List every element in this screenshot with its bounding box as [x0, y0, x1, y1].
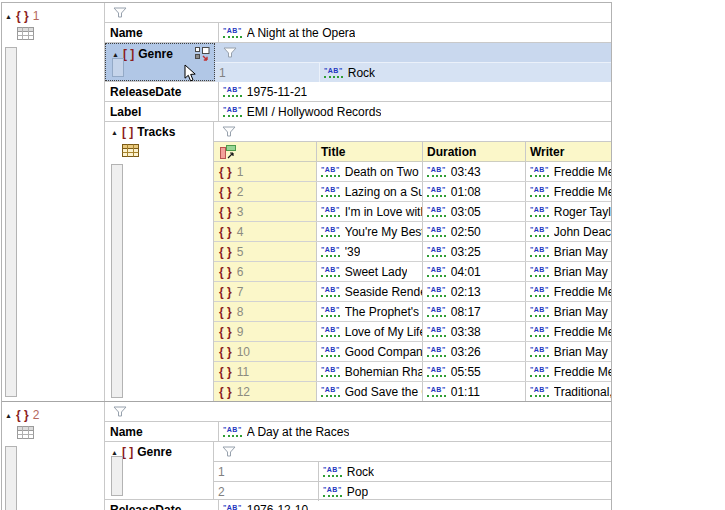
key-cell-label[interactable]: Label — [105, 102, 219, 121]
track-title-cell[interactable]: "AB" You're My Best F — [317, 222, 423, 241]
track-duration-cell[interactable]: "AB" 01:11 — [423, 382, 526, 401]
table-display-toggle-icon[interactable] — [194, 47, 210, 62]
filter-icon[interactable] — [223, 47, 237, 58]
track-writer-cell[interactable]: "AB" Brian May — [526, 342, 611, 361]
tracks-subgrid: Title Duration Writer { } 1 "AB" Death o… — [214, 122, 611, 401]
track-index: 1 — [237, 165, 244, 179]
filter-icon[interactable] — [113, 406, 127, 417]
collapse-band[interactable] — [112, 58, 124, 77]
collapse-arrow-icon[interactable]: ▲ — [5, 13, 12, 20]
track-duration-cell[interactable]: "AB" 04:01 — [423, 262, 526, 281]
table-view-active-icon[interactable] — [122, 144, 139, 157]
value-cell[interactable]: "AB" 1976-12-10 — [219, 500, 611, 510]
track-index-cell[interactable]: { } 12 — [214, 382, 317, 401]
track-index-cell[interactable]: { } 3 — [214, 202, 317, 221]
array-index-cell[interactable]: 1 — [215, 63, 320, 82]
track-writer-cell[interactable]: "AB" Roger Taylor — [526, 202, 611, 221]
track-duration-cell[interactable]: "AB" 02:13 — [423, 282, 526, 301]
collapse-band[interactable] — [5, 446, 17, 510]
collapse-band[interactable] — [5, 47, 17, 397]
track-writer-cell[interactable]: "AB" Brian May — [526, 242, 611, 261]
key-cell-name[interactable]: Name — [105, 422, 219, 441]
track-writer-cell[interactable]: "AB" Freddie Mercury — [526, 182, 611, 201]
track-title-cell[interactable]: "AB" I'm in Love with — [317, 202, 423, 221]
track-title-cell[interactable]: "AB" Good Company — [317, 342, 423, 361]
collapse-arrow-icon[interactable]: ▲ — [111, 129, 118, 136]
track-index-cell[interactable]: { } 7 — [214, 282, 317, 301]
genre-key-cell[interactable]: ▲ [ ] Genre — [105, 43, 215, 81]
track-row: { } 12 "AB" God Save the Q "AB" 01:11 "A… — [214, 382, 611, 401]
track-duration-cell[interactable]: "AB" 03:26 — [423, 342, 526, 361]
name-value: A Day at the Races — [247, 425, 350, 439]
array-index-cell[interactable]: 1 — [214, 462, 319, 481]
track-title-cell[interactable]: "AB" God Save the Q — [317, 382, 423, 401]
track-writer-cell[interactable]: "AB" Brian May — [526, 262, 611, 281]
filter-icon[interactable] — [222, 446, 236, 457]
track-title-cell[interactable]: "AB" Death on Two L — [317, 162, 423, 181]
track-title-cell[interactable]: "AB" Seaside Rendez — [317, 282, 423, 301]
track-writer-cell[interactable]: "AB" Freddie Mercury — [526, 282, 611, 301]
value-cell[interactable]: "AB" Rock — [319, 462, 611, 481]
track-writer-cell[interactable]: "AB" John Deacon — [526, 222, 611, 241]
track-index-cell[interactable]: { } 2 — [214, 182, 317, 201]
collapse-band[interactable] — [111, 456, 123, 496]
track-writer-cell[interactable]: "AB" Traditional, arr. — [526, 382, 611, 401]
track-index-cell[interactable]: { } 4 — [214, 222, 317, 241]
value-cell[interactable]: "AB" EMI / Hollywood Records — [219, 102, 611, 121]
record-header[interactable]: ▲ { } 2 — [2, 402, 104, 422]
key-cell-name[interactable]: Name — [105, 23, 219, 42]
track-writer-cell[interactable]: "AB" Brian May — [526, 302, 611, 321]
track-duration-cell[interactable]: "AB" 02:50 — [423, 222, 526, 241]
tracks-key-cell[interactable]: ▲ [ ] Tracks — [105, 122, 214, 401]
column-header-title[interactable]: Title — [317, 142, 423, 161]
value-cell[interactable]: "AB" Rock — [320, 63, 611, 82]
track-duration-cell[interactable]: "AB" 08:17 — [423, 302, 526, 321]
track-title-cell[interactable]: "AB" '39 — [317, 242, 423, 261]
value-cell[interactable]: "AB" A Night at the Opera — [219, 23, 611, 42]
collapse-arrow-icon[interactable]: ▲ — [111, 449, 118, 456]
track-duration-cell[interactable]: "AB" 01:08 — [423, 182, 526, 201]
filter-icon[interactable] — [222, 126, 236, 137]
collapse-arrow-icon[interactable]: ▲ — [5, 412, 12, 419]
track-index-cell[interactable]: { } 11 — [214, 362, 317, 381]
value-cell[interactable]: "AB" Pop — [319, 482, 611, 501]
table-view-icon[interactable] — [17, 27, 34, 40]
value-cell[interactable]: "AB" 1975-11-21 — [219, 82, 611, 101]
collapse-arrow-icon[interactable]: ▲ — [112, 51, 119, 58]
transpose-table-icon[interactable] — [219, 144, 237, 160]
track-duration-cell[interactable]: "AB" 03:25 — [423, 242, 526, 261]
track-duration-cell[interactable]: "AB" 03:38 — [423, 322, 526, 341]
record-index: 2 — [33, 408, 40, 422]
track-duration-cell[interactable]: "AB" 05:55 — [423, 362, 526, 381]
track-index-cell[interactable]: { } 8 — [214, 302, 317, 321]
array-index-cell[interactable]: 2 — [214, 482, 319, 501]
table-view-icon[interactable] — [17, 426, 34, 439]
track-index-cell[interactable]: { } 6 — [214, 262, 317, 281]
string-type-icon: "AB" — [321, 346, 340, 357]
genre-key-cell[interactable]: ▲ [ ] Genre — [105, 442, 214, 499]
track-title-cell[interactable]: "AB" Sweet Lady — [317, 262, 423, 281]
track-title-cell[interactable]: "AB" Love of My Life — [317, 322, 423, 341]
track-index-cell[interactable]: { } 10 — [214, 342, 317, 361]
record-header[interactable]: ▲ { } 1 — [2, 3, 104, 23]
track-writer-cell[interactable]: "AB" Freddie Mercury — [526, 162, 611, 181]
transpose-header-cell[interactable] — [214, 142, 317, 161]
track-writer-cell[interactable]: "AB" Freddie Mercury — [526, 322, 611, 341]
track-title: Lazing on a Sun — [345, 185, 422, 199]
key-cell-releasedate[interactable]: ReleaseDate — [105, 82, 219, 101]
column-header-writer[interactable]: Writer — [526, 142, 611, 161]
track-title-cell[interactable]: "AB" The Prophet's S — [317, 302, 423, 321]
track-duration-cell[interactable]: "AB" 03:43 — [423, 162, 526, 181]
track-index-cell[interactable]: { } 9 — [214, 322, 317, 341]
filter-icon[interactable] — [113, 7, 127, 18]
collapse-band[interactable] — [111, 164, 123, 398]
track-duration-cell[interactable]: "AB" 03:05 — [423, 202, 526, 221]
track-title-cell[interactable]: "AB" Bohemian Rhap — [317, 362, 423, 381]
track-title-cell[interactable]: "AB" Lazing on a Sun — [317, 182, 423, 201]
track-writer-cell[interactable]: "AB" Freddie Mercury — [526, 362, 611, 381]
column-header-duration[interactable]: Duration — [423, 142, 526, 161]
value-cell[interactable]: "AB" A Day at the Races — [219, 422, 611, 441]
track-index-cell[interactable]: { } 1 — [214, 162, 317, 181]
key-cell-releasedate[interactable]: ReleaseDate — [105, 500, 219, 510]
track-index-cell[interactable]: { } 5 — [214, 242, 317, 261]
